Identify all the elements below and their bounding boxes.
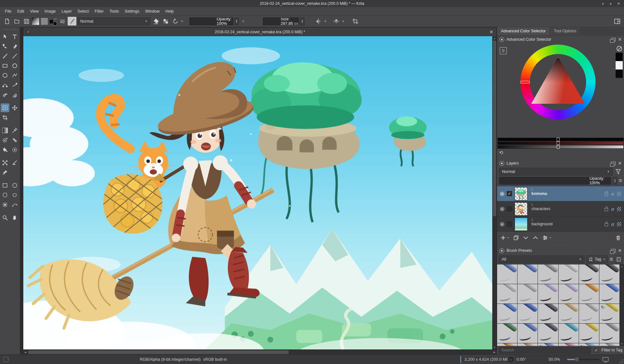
fit-to-screen-icon[interactable]	[603, 357, 608, 361]
zoom-slider[interactable]	[567, 359, 599, 360]
close-icon[interactable]: ✕	[617, 2, 620, 6]
advanced-color-selector[interactable]: ☰	[497, 43, 624, 138]
refresh-colors-icon[interactable]: ⟲	[499, 150, 503, 155]
brush-preset[interactable]	[599, 343, 619, 346]
tool-crop[interactable]	[1, 113, 9, 122]
tab-advanced-color-selector[interactable]: Advanced Color Selector	[497, 27, 550, 35]
docker-lock-icon[interactable]	[499, 248, 504, 253]
size-spinner[interactable]: ▲▼	[300, 17, 305, 25]
docker-lock-icon[interactable]	[499, 161, 504, 166]
preset-menu-icon[interactable]: ≡	[609, 256, 613, 263]
mirror-vertical-icon[interactable]	[332, 17, 341, 26]
tool-color-sampler[interactable]	[10, 126, 19, 135]
brush-preset[interactable]	[559, 264, 579, 284]
clear-history-icon[interactable]	[617, 46, 622, 51]
close-docker-icon[interactable]: ✕	[618, 248, 622, 253]
mirror-vertical-dropdown-icon[interactable]: ▼	[342, 20, 345, 23]
move-layer-down-button[interactable]	[523, 235, 529, 241]
layer-options-menu-icon[interactable]: ≡	[619, 177, 622, 184]
float-docker-icon[interactable]	[611, 249, 616, 252]
document-close-icon[interactable]: ✕	[489, 29, 493, 35]
layer-lock-icon[interactable]	[605, 208, 608, 211]
tool-measure[interactable]	[10, 158, 19, 167]
brush-preset[interactable]	[497, 284, 517, 304]
layer-alpha-lock-icon[interactable]: α	[611, 191, 614, 197]
tool-polyline[interactable]	[10, 71, 19, 80]
layer-thumbnail[interactable]	[515, 187, 528, 200]
rotation-icon[interactable]: ↔	[507, 356, 514, 363]
menu-select[interactable]: Select	[75, 8, 92, 15]
tool-reference-images[interactable]	[1, 168, 9, 177]
docker-splitter[interactable]: ······	[497, 244, 624, 247]
fg-bg-color-chooser[interactable]: ⤺	[49, 17, 57, 25]
add-layer-button[interactable]: ▼	[500, 235, 509, 241]
layer-inherit-alpha-icon[interactable]	[617, 207, 621, 211]
layer-opacity-spinner[interactable]: ▲▼	[613, 177, 617, 185]
tool-patch[interactable]	[1, 136, 9, 145]
history-swatch[interactable]	[616, 61, 623, 70]
tool-rectangle[interactable]	[1, 61, 9, 70]
brush-preset[interactable]	[599, 324, 619, 343]
brush-preset[interactable]	[538, 264, 558, 284]
menu-settings[interactable]: Settings	[122, 8, 142, 15]
preserve-alpha-icon[interactable]	[161, 17, 170, 26]
tool-calligraphy[interactable]	[10, 42, 19, 51]
tool-smart-patch[interactable]	[10, 136, 19, 145]
layer-alpha-lock-icon[interactable]: α	[611, 206, 614, 212]
menu-window[interactable]: Window	[142, 8, 162, 15]
menu-edit[interactable]: Edit	[14, 8, 27, 15]
float-docker-icon[interactable]	[611, 162, 616, 165]
canvas-artwork[interactable]	[23, 36, 492, 349]
color-selector-settings-icon[interactable]: ☰	[500, 47, 507, 54]
close-docker-icon[interactable]: ✕	[618, 37, 622, 42]
tool-pan[interactable]	[10, 213, 19, 222]
minimize-icon[interactable]: ∨	[602, 2, 604, 6]
scroll-down-icon[interactable]: ▼	[620, 342, 624, 346]
brush-preset[interactable]	[579, 284, 599, 304]
workspace-chooser-icon[interactable]	[613, 17, 621, 26]
tool-multibrush[interactable]	[10, 91, 19, 99]
tool-select-shapes[interactable]	[1, 32, 9, 41]
preset-tag-filter-select[interactable]: All▼	[499, 255, 585, 263]
tool-text[interactable]	[10, 32, 19, 41]
brush-preset[interactable]	[497, 264, 517, 284]
brush-preset[interactable]: ↻	[579, 343, 599, 346]
maximize-icon[interactable]: ∧	[609, 2, 612, 6]
layer-inherit-alpha-icon[interactable]	[617, 192, 621, 196]
tool-ellipse-select[interactable]	[10, 181, 19, 190]
hue-ring[interactable]	[520, 45, 596, 120]
layer-properties-button[interactable]: ▼	[542, 235, 552, 241]
duplicate-layer-button[interactable]	[513, 235, 519, 241]
brush-preset[interactable]	[559, 284, 579, 304]
value-slider[interactable]	[497, 145, 624, 149]
brush-preset[interactable]	[497, 343, 517, 346]
docker-splitter[interactable]: ······	[497, 156, 624, 159]
tool-similar-color-select[interactable]	[1, 200, 9, 209]
canvas-vertical-scrollbar[interactable]: ▲ ▼	[492, 36, 496, 349]
menu-filter[interactable]: Filter	[92, 8, 106, 15]
reload-preset-icon[interactable]	[171, 17, 180, 26]
opacity-spinner[interactable]: ▲▼	[234, 17, 239, 25]
selection-mode-icon[interactable]	[3, 357, 8, 362]
brush-preset[interactable]	[579, 264, 599, 284]
layer-row-characters[interactable]: ⤵characters α	[497, 201, 624, 217]
menu-file[interactable]: File	[2, 8, 14, 15]
reload-dropdown-icon[interactable]: ▼	[181, 20, 184, 23]
layer-row-background[interactable]: ⤵background α	[497, 217, 624, 232]
brush-preset[interactable]	[579, 324, 599, 343]
tool-freehand-brush[interactable]	[1, 52, 9, 60]
saturation-slider[interactable]	[497, 142, 624, 145]
new-document-icon[interactable]	[3, 17, 11, 26]
hue-marker[interactable]	[520, 81, 530, 83]
tool-zoom[interactable]	[1, 213, 9, 222]
history-swatch[interactable]	[616, 70, 623, 78]
save-icon[interactable]	[22, 17, 31, 26]
close-docker-icon[interactable]: ✕	[618, 161, 622, 166]
tool-line[interactable]	[10, 52, 19, 60]
layer-lock-icon[interactable]	[605, 193, 608, 196]
layer-select-checkbox[interactable]: ✓	[507, 191, 512, 196]
scroll-up-icon[interactable]: ▲	[620, 264, 624, 269]
tool-rect-select[interactable]	[1, 181, 9, 190]
brush-preset[interactable]	[518, 343, 538, 346]
preset-search-input[interactable]	[499, 347, 591, 354]
